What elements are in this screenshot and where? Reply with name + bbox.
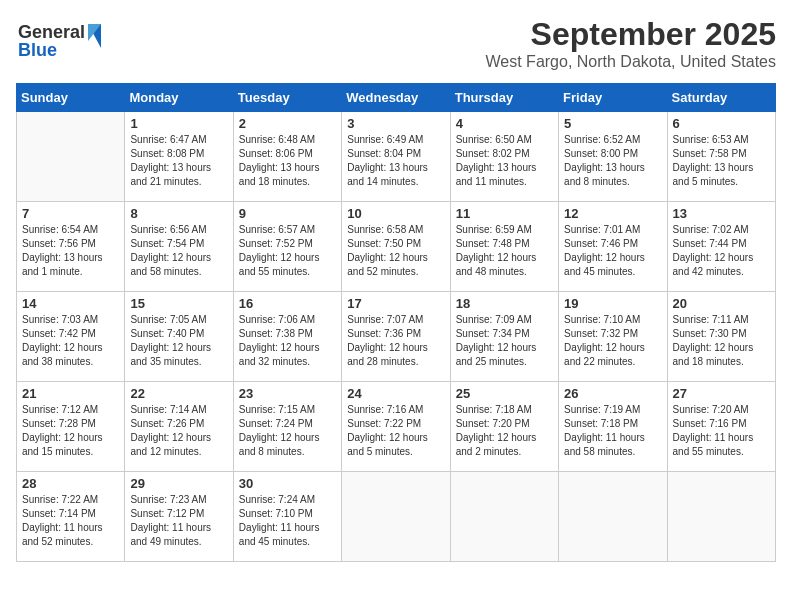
day-info: Sunrise: 7:18 AM Sunset: 7:20 PM Dayligh…	[456, 403, 553, 459]
calendar-cell: 28Sunrise: 7:22 AM Sunset: 7:14 PM Dayli…	[17, 472, 125, 562]
day-number: 16	[239, 296, 336, 311]
day-number: 13	[673, 206, 770, 221]
day-info: Sunrise: 6:58 AM Sunset: 7:50 PM Dayligh…	[347, 223, 444, 279]
calendar-cell	[559, 472, 667, 562]
calendar-cell: 17Sunrise: 7:07 AM Sunset: 7:36 PM Dayli…	[342, 292, 450, 382]
weekday-header-tuesday: Tuesday	[233, 84, 341, 112]
day-number: 23	[239, 386, 336, 401]
day-number: 5	[564, 116, 661, 131]
day-number: 6	[673, 116, 770, 131]
calendar-cell: 22Sunrise: 7:14 AM Sunset: 7:26 PM Dayli…	[125, 382, 233, 472]
day-number: 11	[456, 206, 553, 221]
month-title: September 2025	[486, 16, 777, 53]
day-number: 30	[239, 476, 336, 491]
day-info: Sunrise: 6:56 AM Sunset: 7:54 PM Dayligh…	[130, 223, 227, 279]
calendar-cell: 12Sunrise: 7:01 AM Sunset: 7:46 PM Dayli…	[559, 202, 667, 292]
weekday-header-thursday: Thursday	[450, 84, 558, 112]
day-info: Sunrise: 7:10 AM Sunset: 7:32 PM Dayligh…	[564, 313, 661, 369]
day-number: 22	[130, 386, 227, 401]
day-info: Sunrise: 7:12 AM Sunset: 7:28 PM Dayligh…	[22, 403, 119, 459]
calendar-cell: 29Sunrise: 7:23 AM Sunset: 7:12 PM Dayli…	[125, 472, 233, 562]
svg-text:Blue: Blue	[18, 40, 57, 60]
day-info: Sunrise: 7:02 AM Sunset: 7:44 PM Dayligh…	[673, 223, 770, 279]
weekday-header-sunday: Sunday	[17, 84, 125, 112]
day-info: Sunrise: 6:54 AM Sunset: 7:56 PM Dayligh…	[22, 223, 119, 279]
calendar-cell: 1Sunrise: 6:47 AM Sunset: 8:08 PM Daylig…	[125, 112, 233, 202]
day-number: 21	[22, 386, 119, 401]
day-number: 10	[347, 206, 444, 221]
calendar-cell: 14Sunrise: 7:03 AM Sunset: 7:42 PM Dayli…	[17, 292, 125, 382]
location-title: West Fargo, North Dakota, United States	[486, 53, 777, 71]
day-number: 2	[239, 116, 336, 131]
day-info: Sunrise: 7:09 AM Sunset: 7:34 PM Dayligh…	[456, 313, 553, 369]
day-info: Sunrise: 7:05 AM Sunset: 7:40 PM Dayligh…	[130, 313, 227, 369]
calendar-week-row: 1Sunrise: 6:47 AM Sunset: 8:08 PM Daylig…	[17, 112, 776, 202]
calendar-cell: 30Sunrise: 7:24 AM Sunset: 7:10 PM Dayli…	[233, 472, 341, 562]
calendar-cell: 18Sunrise: 7:09 AM Sunset: 7:34 PM Dayli…	[450, 292, 558, 382]
day-info: Sunrise: 7:24 AM Sunset: 7:10 PM Dayligh…	[239, 493, 336, 549]
calendar-cell: 10Sunrise: 6:58 AM Sunset: 7:50 PM Dayli…	[342, 202, 450, 292]
day-number: 27	[673, 386, 770, 401]
day-number: 3	[347, 116, 444, 131]
calendar-cell: 15Sunrise: 7:05 AM Sunset: 7:40 PM Dayli…	[125, 292, 233, 382]
calendar-cell: 13Sunrise: 7:02 AM Sunset: 7:44 PM Dayli…	[667, 202, 775, 292]
calendar-cell	[667, 472, 775, 562]
calendar-table: SundayMondayTuesdayWednesdayThursdayFrid…	[16, 83, 776, 562]
day-number: 28	[22, 476, 119, 491]
day-number: 20	[673, 296, 770, 311]
day-info: Sunrise: 7:22 AM Sunset: 7:14 PM Dayligh…	[22, 493, 119, 549]
day-info: Sunrise: 6:57 AM Sunset: 7:52 PM Dayligh…	[239, 223, 336, 279]
day-info: Sunrise: 6:49 AM Sunset: 8:04 PM Dayligh…	[347, 133, 444, 189]
calendar-cell: 8Sunrise: 6:56 AM Sunset: 7:54 PM Daylig…	[125, 202, 233, 292]
day-info: Sunrise: 7:06 AM Sunset: 7:38 PM Dayligh…	[239, 313, 336, 369]
calendar-cell	[17, 112, 125, 202]
day-info: Sunrise: 7:16 AM Sunset: 7:22 PM Dayligh…	[347, 403, 444, 459]
calendar-cell: 6Sunrise: 6:53 AM Sunset: 7:58 PM Daylig…	[667, 112, 775, 202]
day-number: 17	[347, 296, 444, 311]
weekday-header-wednesday: Wednesday	[342, 84, 450, 112]
day-info: Sunrise: 7:20 AM Sunset: 7:16 PM Dayligh…	[673, 403, 770, 459]
logo-svg: General Blue	[16, 16, 126, 66]
calendar-week-row: 7Sunrise: 6:54 AM Sunset: 7:56 PM Daylig…	[17, 202, 776, 292]
weekday-header-row: SundayMondayTuesdayWednesdayThursdayFrid…	[17, 84, 776, 112]
day-number: 8	[130, 206, 227, 221]
day-info: Sunrise: 7:07 AM Sunset: 7:36 PM Dayligh…	[347, 313, 444, 369]
calendar-cell: 3Sunrise: 6:49 AM Sunset: 8:04 PM Daylig…	[342, 112, 450, 202]
day-number: 12	[564, 206, 661, 221]
calendar-cell: 24Sunrise: 7:16 AM Sunset: 7:22 PM Dayli…	[342, 382, 450, 472]
calendar-cell: 19Sunrise: 7:10 AM Sunset: 7:32 PM Dayli…	[559, 292, 667, 382]
calendar-cell: 16Sunrise: 7:06 AM Sunset: 7:38 PM Dayli…	[233, 292, 341, 382]
calendar-cell: 2Sunrise: 6:48 AM Sunset: 8:06 PM Daylig…	[233, 112, 341, 202]
day-number: 24	[347, 386, 444, 401]
day-info: Sunrise: 7:14 AM Sunset: 7:26 PM Dayligh…	[130, 403, 227, 459]
calendar-cell: 9Sunrise: 6:57 AM Sunset: 7:52 PM Daylig…	[233, 202, 341, 292]
calendar-cell: 4Sunrise: 6:50 AM Sunset: 8:02 PM Daylig…	[450, 112, 558, 202]
day-number: 18	[456, 296, 553, 311]
day-info: Sunrise: 6:59 AM Sunset: 7:48 PM Dayligh…	[456, 223, 553, 279]
svg-text:General: General	[18, 22, 85, 42]
day-number: 29	[130, 476, 227, 491]
day-number: 7	[22, 206, 119, 221]
weekday-header-friday: Friday	[559, 84, 667, 112]
day-info: Sunrise: 7:01 AM Sunset: 7:46 PM Dayligh…	[564, 223, 661, 279]
day-info: Sunrise: 6:47 AM Sunset: 8:08 PM Dayligh…	[130, 133, 227, 189]
day-number: 9	[239, 206, 336, 221]
day-info: Sunrise: 7:11 AM Sunset: 7:30 PM Dayligh…	[673, 313, 770, 369]
day-number: 15	[130, 296, 227, 311]
calendar-cell: 26Sunrise: 7:19 AM Sunset: 7:18 PM Dayli…	[559, 382, 667, 472]
calendar-week-row: 28Sunrise: 7:22 AM Sunset: 7:14 PM Dayli…	[17, 472, 776, 562]
title-block: September 2025 West Fargo, North Dakota,…	[486, 16, 777, 71]
logo: General Blue	[16, 16, 126, 66]
day-info: Sunrise: 7:23 AM Sunset: 7:12 PM Dayligh…	[130, 493, 227, 549]
day-info: Sunrise: 6:52 AM Sunset: 8:00 PM Dayligh…	[564, 133, 661, 189]
day-info: Sunrise: 7:15 AM Sunset: 7:24 PM Dayligh…	[239, 403, 336, 459]
weekday-header-saturday: Saturday	[667, 84, 775, 112]
calendar-cell: 23Sunrise: 7:15 AM Sunset: 7:24 PM Dayli…	[233, 382, 341, 472]
calendar-week-row: 14Sunrise: 7:03 AM Sunset: 7:42 PM Dayli…	[17, 292, 776, 382]
calendar-cell: 21Sunrise: 7:12 AM Sunset: 7:28 PM Dayli…	[17, 382, 125, 472]
day-info: Sunrise: 7:19 AM Sunset: 7:18 PM Dayligh…	[564, 403, 661, 459]
calendar-cell: 20Sunrise: 7:11 AM Sunset: 7:30 PM Dayli…	[667, 292, 775, 382]
page-header: General Blue September 2025 West Fargo, …	[16, 16, 776, 71]
calendar-week-row: 21Sunrise: 7:12 AM Sunset: 7:28 PM Dayli…	[17, 382, 776, 472]
weekday-header-monday: Monday	[125, 84, 233, 112]
